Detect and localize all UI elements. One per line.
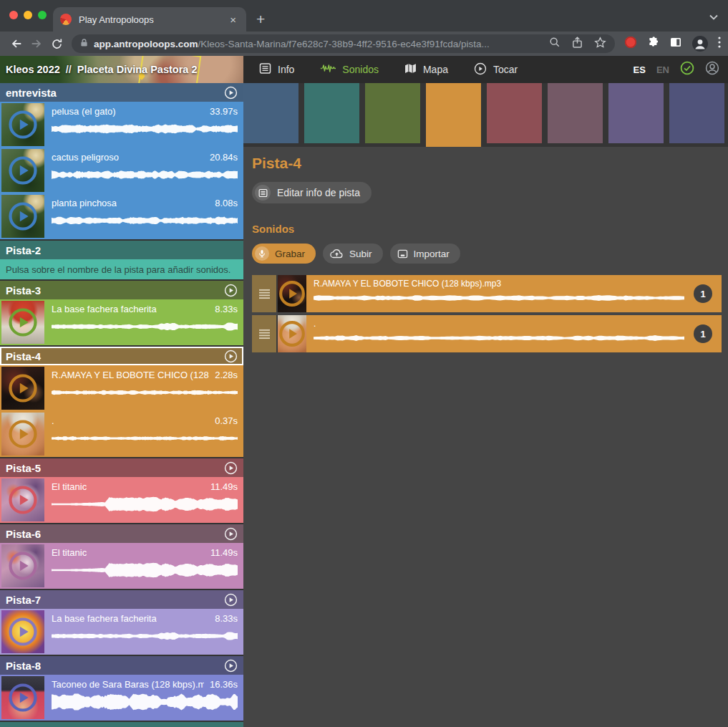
track-swatch-2[interactable] (304, 83, 359, 143)
track-play-icon[interactable] (224, 86, 238, 100)
reload-button[interactable] (47, 34, 66, 53)
clip-play-icon[interactable] (8, 683, 38, 713)
clip-duration: 2.28s (215, 370, 238, 380)
clip-waveform[interactable] (52, 496, 238, 513)
record-extension-icon[interactable] (623, 35, 638, 52)
audio-clip[interactable]: R.AMAYA Y EL BOBOTE CHICO (128 kbps)....… (0, 365, 243, 411)
share-icon[interactable] (572, 37, 583, 52)
zoom-icon[interactable] (549, 37, 560, 51)
clip-waveform[interactable] (52, 693, 238, 711)
nav-item-info[interactable]: Info (259, 62, 294, 77)
track-swatch-7[interactable] (608, 83, 664, 143)
nav-item-tocar[interactable]: Tocar (474, 62, 518, 77)
traffic-lights[interactable] (9, 11, 47, 19)
track-header-Pista-4[interactable]: Pista-4 (0, 347, 243, 365)
drag-handle-icon[interactable] (252, 275, 276, 312)
lang-en-button[interactable]: EN (656, 64, 669, 75)
audio-clip[interactable]: .0.37s (0, 411, 243, 457)
track-swatch-4[interactable] (426, 83, 481, 147)
clip-waveform[interactable] (52, 430, 238, 447)
side-panel-icon[interactable] (669, 36, 682, 52)
zoom-window-button[interactable] (38, 11, 47, 19)
clip-thumbnail (1, 367, 44, 410)
clip-title: pelusa (el gato) (52, 106, 116, 117)
lang-es-button[interactable]: ES (634, 64, 646, 75)
clip-play-icon[interactable] (8, 201, 38, 231)
track-header-Pista-3[interactable]: Pista-3 (0, 281, 243, 299)
breadcrumb-project[interactable]: Kleos 2022 (6, 64, 60, 75)
clip-play-icon[interactable] (8, 307, 38, 337)
sound-row[interactable]: R.AMAYA Y EL BOBOTE CHICO (128 kbps).mp3… (252, 275, 722, 312)
track-play-icon[interactable] (224, 593, 238, 607)
track-header-entrevista[interactable]: entrevista (0, 83, 243, 102)
audio-clip[interactable]: El titanic11.49s (0, 543, 243, 589)
track-swatch-3[interactable] (365, 83, 420, 143)
audio-clip[interactable]: planta pinchosa8.08s (0, 193, 243, 239)
audio-clip[interactable]: Taconeo de Sara Baras (128 kbps).mp316.3… (0, 675, 243, 721)
track-play-icon[interactable] (224, 659, 238, 673)
drag-handle-icon[interactable] (252, 315, 276, 352)
forward-button[interactable] (27, 34, 46, 53)
nav-item-mapa[interactable]: Mapa (404, 63, 448, 76)
audio-clip[interactable]: El titanic11.49s (0, 477, 243, 523)
track-swatch-8[interactable] (669, 83, 724, 143)
sync-check-icon[interactable] (680, 61, 694, 78)
track-header-Pista-2[interactable]: Pista-2 (0, 241, 243, 259)
subir-button[interactable]: Subir (323, 244, 383, 264)
sound-row[interactable]: .1 (252, 315, 722, 352)
clip-waveform[interactable] (52, 120, 238, 138)
tab-close-icon[interactable]: × (227, 13, 239, 27)
sound-waveform[interactable] (314, 330, 684, 346)
clip-play-icon[interactable] (8, 419, 38, 449)
importar-button[interactable]: Importar (390, 244, 460, 264)
track-swatch-6[interactable] (548, 83, 603, 143)
track-play-icon[interactable] (224, 461, 238, 475)
track-play-icon[interactable] (224, 350, 238, 363)
clip-waveform[interactable] (52, 212, 238, 229)
track-swatch-5[interactable] (487, 83, 542, 143)
profile-avatar[interactable] (691, 35, 709, 52)
clip-body: La base fachera facherita8.33s (46, 609, 243, 655)
clip-play-icon[interactable] (8, 617, 38, 647)
clip-info: planta pinchosa8.08s (52, 198, 238, 208)
track-swatch-1[interactable] (243, 83, 299, 143)
new-tab-button[interactable]: + (256, 11, 265, 27)
browser-menu-kebab-icon[interactable] (718, 37, 721, 51)
grabar-button[interactable]: Grabar (252, 244, 316, 264)
audio-clip[interactable]: La base fachera facherita8.33s (0, 299, 243, 345)
audio-clip[interactable]: pelusa (el gato)33.97s (0, 102, 243, 148)
clip-play-icon[interactable] (8, 485, 38, 515)
nav-item-sonidos[interactable]: Sonidos (320, 63, 379, 76)
clip-play-icon[interactable] (8, 110, 38, 140)
minimize-window-button[interactable] (24, 11, 32, 19)
track-header-Pista-7[interactable]: Pista-7 (0, 590, 243, 609)
url-bar[interactable]: app.antropoloops.com/Kleos-Santa-Marina/… (72, 34, 615, 53)
clip-play-icon[interactable] (8, 155, 38, 186)
clip-waveform[interactable] (52, 627, 238, 645)
clip-waveform[interactable] (52, 562, 238, 579)
extensions-puzzle-icon[interactable] (647, 36, 660, 52)
tab-search-chevron-icon[interactable] (709, 10, 718, 23)
clip-play-icon[interactable] (8, 373, 38, 403)
track-play-icon[interactable] (224, 284, 238, 297)
project-cover-image[interactable]: Kleos 2022 // Placeta Divina Pastora 2 (0, 56, 243, 83)
track-header-Pista-8[interactable]: Pista-8 (0, 656, 243, 675)
edit-track-info-button[interactable]: Editar info de pista (252, 182, 372, 203)
account-icon[interactable] (705, 61, 719, 78)
track-header-Pista-5[interactable]: Pista-5 (0, 458, 243, 477)
clip-play-icon[interactable] (8, 551, 38, 581)
audio-clip[interactable]: La base fachera facherita8.33s (0, 609, 243, 655)
sound-waveform[interactable] (314, 290, 684, 306)
browser-tab[interactable]: Play Antropoloops × (53, 7, 246, 32)
audio-clip[interactable]: cactus peligroso20.84s (0, 148, 243, 193)
close-window-button[interactable] (9, 11, 18, 19)
sound-play-icon[interactable] (278, 280, 306, 307)
bookmark-star-icon[interactable] (594, 37, 606, 52)
clip-waveform[interactable] (52, 318, 238, 335)
sound-play-icon[interactable] (278, 320, 306, 347)
clip-waveform[interactable] (52, 384, 238, 401)
track-play-icon[interactable] (224, 527, 238, 541)
clip-waveform[interactable] (52, 166, 238, 183)
track-header-Pista-6[interactable]: Pista-6 (0, 524, 243, 543)
back-button[interactable] (7, 34, 26, 53)
